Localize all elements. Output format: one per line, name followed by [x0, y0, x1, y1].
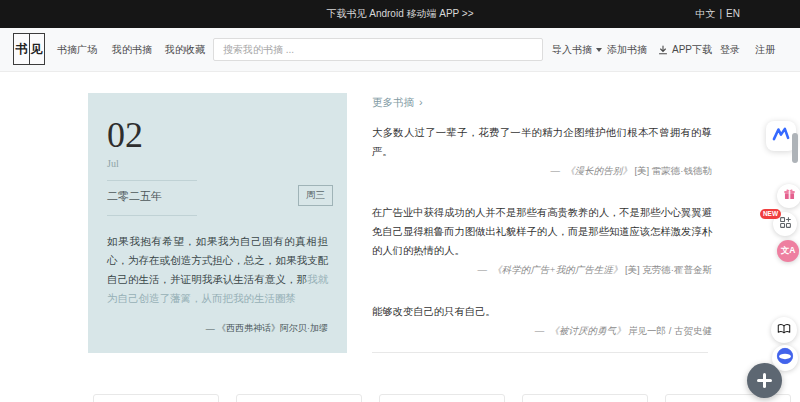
grid-card-top[interactable] — [522, 394, 648, 402]
gift-widget-button[interactable] — [777, 184, 800, 208]
grid-card-top[interactable] — [236, 394, 362, 402]
card-year: 二零二五年 — [107, 189, 328, 204]
card-divider-top — [107, 180, 197, 181]
excerpt-item[interactable]: 大多数人过了一辈子，花费了一半的精力企图维护他们根本不曾拥有的尊严。 — 《漫长… — [372, 123, 712, 177]
book-author: [美] 克劳德·霍普金斯 — [625, 264, 712, 275]
chevron-down-icon — [596, 48, 602, 52]
more-excerpts-label: 更多书摘 — [372, 96, 414, 108]
excerpt-attribution: — 《科学的广告+我的广告生涯》 [美] 克劳德·霍普金斯 — [372, 263, 712, 276]
attribution-dash: — — [478, 264, 488, 275]
excerpt-attribution: — 《被讨厌的勇气》 岸见一郎 / 古贺史健 — [372, 324, 712, 337]
page: 下载书见 Android 移动端 APP >> 中文|EN 书 见 书摘广场 我… — [0, 0, 800, 402]
card-month: Jul — [107, 158, 328, 169]
excerpt-text: 在广告业中获得成功的人并不是那些有高贵教养的人，不是那些小心翼翼避免自己显得粗鲁… — [372, 203, 712, 260]
login-button[interactable]: 登录 — [720, 28, 740, 71]
chevron-right-icon: › — [419, 96, 423, 108]
lang-en[interactable]: EN — [726, 8, 740, 19]
app-promo-link[interactable]: 下载书见 Android 移动端 APP >> — [0, 0, 800, 28]
login-label: 登录 — [720, 28, 740, 71]
add-floating-button[interactable] — [747, 363, 782, 398]
globe-logo-icon — [776, 347, 794, 369]
open-book-icon — [777, 321, 791, 339]
logo-char-1: 书 — [14, 34, 29, 64]
book-title[interactable]: 《被讨厌的勇气》 — [549, 326, 625, 336]
card-quote: 如果我抱有希望，如果我为自己固有的真相担心，为存在或创造方式担心，总之，如果我支… — [107, 232, 328, 308]
app-download-button[interactable]: APP下载 — [658, 28, 712, 71]
attribution-dash: — — [550, 165, 560, 176]
monica-m-icon — [772, 127, 790, 145]
search-input[interactable] — [213, 38, 543, 61]
card-weekday-badge: 周三 — [298, 185, 333, 206]
nav-excerpt-square[interactable]: 书摘广场 — [57, 28, 97, 71]
new-badge: NEW — [760, 209, 781, 219]
top-promo-bar: 下载书见 Android 移动端 APP >> 中文|EN — [0, 0, 800, 28]
book-title[interactable]: 《科学的广告+我的广告生涯》 — [492, 265, 622, 275]
download-icon — [658, 45, 668, 55]
card-divider-bottom — [107, 215, 197, 216]
daily-excerpt-card[interactable]: 02 Jul 二零二五年 周三 如果我抱有希望，如果我为自己固有的真相担心，为存… — [88, 93, 347, 353]
attribution-dash: — — [535, 325, 545, 336]
main-header: 书 见 书摘广场 我的书摘 我的收藏 导入书摘 添加书摘 APP下载 登录 注册 — [0, 28, 800, 72]
card-quote-main: 如果我抱有希望，如果我为自己固有的真相担心，为存在或创造方式担心，总之，如果我支… — [107, 236, 328, 285]
app-download-label: APP下载 — [672, 28, 712, 71]
translate-widget-button[interactable]: 文A — [777, 240, 799, 262]
grid-card-top[interactable] — [93, 394, 219, 402]
scrollbar-thumb[interactable] — [792, 133, 798, 163]
grid-card-top[interactable] — [379, 394, 505, 402]
excerpt-text: 大多数人过了一辈子，花费了一半的精力企图维护他们根本不曾拥有的尊严。 — [372, 123, 712, 161]
register-button[interactable]: 注册 — [755, 28, 775, 71]
book-title[interactable]: 《漫长的告别》 — [565, 166, 632, 176]
card-day: 02 — [107, 115, 328, 155]
import-excerpts-dropdown[interactable]: 导入书摘 — [552, 28, 602, 71]
translate-icon: 文A — [781, 245, 796, 257]
language-switch: 中文|EN — [693, 0, 742, 28]
more-excerpts-link[interactable]: 更多书摘› — [372, 95, 712, 109]
book-author: 岸见一郎 / 古贺史健 — [628, 325, 712, 336]
reader-widget-button[interactable] — [771, 317, 797, 343]
register-label: 注册 — [755, 28, 775, 71]
book-author: [美] 雷蒙德·钱德勒 — [634, 165, 712, 176]
more-excerpts-section: 更多书摘› 大多数人过了一辈子，花费了一半的精力企图维护他们根本不曾拥有的尊严。… — [372, 95, 712, 353]
add-excerpt-button[interactable]: 添加书摘 — [607, 28, 647, 71]
import-excerpts-label: 导入书摘 — [552, 28, 592, 71]
logo-char-2: 见 — [29, 34, 45, 64]
card-quote-attribution: — 《西西弗神话》阿尔贝·加缪 — [107, 322, 328, 335]
gift-icon — [783, 187, 796, 205]
excerpt-text: 能够改变自己的只有自己。 — [372, 302, 712, 321]
excerpt-attribution: — 《漫长的告别》 [美] 雷蒙德·钱德勒 — [372, 164, 712, 177]
excerpt-item[interactable]: 在广告业中获得成功的人并不是那些有高贵教养的人，不是那些小心翼翼避免自己显得粗鲁… — [372, 203, 712, 276]
nav-my-favorites[interactable]: 我的收藏 — [165, 28, 205, 71]
lang-zh[interactable]: 中文 — [695, 8, 715, 19]
lang-separator: | — [719, 8, 722, 19]
excerpt-item[interactable]: 能够改变自己的只有自己。 — 《被讨厌的勇气》 岸见一郎 / 古贺史健 — [372, 302, 712, 337]
section-divider — [372, 352, 708, 353]
add-excerpt-label: 添加书摘 — [607, 28, 647, 71]
nav-my-excerpts[interactable]: 我的书摘 — [112, 28, 152, 71]
plus-icon — [757, 373, 772, 388]
add-widget-icon — [779, 215, 792, 233]
site-logo[interactable]: 书 见 — [13, 33, 45, 65]
